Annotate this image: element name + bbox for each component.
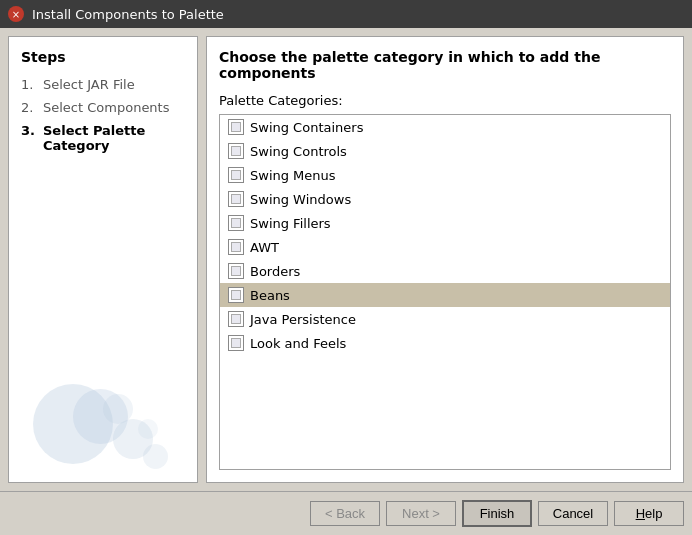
watermark-circles bbox=[23, 374, 183, 474]
step-3: 3. Select PaletteCategory bbox=[21, 123, 185, 153]
finish-button[interactable]: Finish bbox=[462, 500, 532, 527]
palette-item-icon bbox=[228, 311, 244, 327]
palette-item[interactable]: Borders bbox=[220, 259, 670, 283]
back-button[interactable]: < Back bbox=[310, 501, 380, 526]
next-button: Next > bbox=[386, 501, 456, 526]
palette-item-label: Look and Feels bbox=[250, 336, 346, 351]
step-2-label: Select Components bbox=[43, 100, 169, 115]
steps-list: 1. Select JAR File 2. Select Components … bbox=[21, 77, 185, 153]
palette-item[interactable]: AWT bbox=[220, 235, 670, 259]
palette-item[interactable]: Swing Containers bbox=[220, 115, 670, 139]
palette-item-label: Swing Fillers bbox=[250, 216, 331, 231]
palette-item-icon bbox=[228, 263, 244, 279]
palette-item-label: AWT bbox=[250, 240, 279, 255]
palette-item[interactable]: Look and Feels bbox=[220, 331, 670, 355]
palette-categories-label: Palette Categories: bbox=[219, 93, 671, 108]
palette-item-icon-inner bbox=[231, 290, 241, 300]
palette-item-icon bbox=[228, 239, 244, 255]
palette-item-label: Swing Controls bbox=[250, 144, 347, 159]
titlebar: × Install Components to Palette bbox=[0, 0, 692, 28]
close-button[interactable]: × bbox=[8, 6, 24, 22]
palette-item-icon bbox=[228, 143, 244, 159]
help-underline: H bbox=[636, 506, 645, 521]
palette-item[interactable]: Java Persistence bbox=[220, 307, 670, 331]
palette-item-icon-inner bbox=[231, 242, 241, 252]
steps-panel: Steps 1. Select JAR File 2. Select Compo… bbox=[8, 36, 198, 483]
right-panel: Choose the palette category in which to … bbox=[206, 36, 684, 483]
palette-item[interactable]: Swing Windows bbox=[220, 187, 670, 211]
palette-item[interactable]: Swing Controls bbox=[220, 139, 670, 163]
cancel-button[interactable]: Cancel bbox=[538, 501, 608, 526]
right-heading: Choose the palette category in which to … bbox=[219, 49, 671, 81]
palette-item-icon bbox=[228, 119, 244, 135]
button-bar: < Back Next > Finish Cancel Help bbox=[0, 491, 692, 535]
palette-item-icon bbox=[228, 335, 244, 351]
step-3-label: Select PaletteCategory bbox=[43, 123, 145, 153]
palette-item-icon-inner bbox=[231, 218, 241, 228]
palette-item-icon-inner bbox=[231, 122, 241, 132]
titlebar-title: Install Components to Palette bbox=[32, 7, 224, 22]
palette-item-icon-inner bbox=[231, 338, 241, 348]
close-icon: × bbox=[12, 9, 20, 20]
palette-item-label: Swing Windows bbox=[250, 192, 351, 207]
steps-heading: Steps bbox=[21, 49, 185, 65]
palette-list[interactable]: Swing ContainersSwing ControlsSwing Menu… bbox=[219, 114, 671, 470]
palette-item-icon-inner bbox=[231, 314, 241, 324]
palette-item-icon-inner bbox=[231, 266, 241, 276]
palette-item-icon bbox=[228, 215, 244, 231]
step-1: 1. Select JAR File bbox=[21, 77, 185, 92]
palette-item-icon-inner bbox=[231, 194, 241, 204]
palette-item-icon-inner bbox=[231, 170, 241, 180]
palette-item-label: Swing Menus bbox=[250, 168, 336, 183]
palette-item-label: Java Persistence bbox=[250, 312, 356, 327]
step-1-label: Select JAR File bbox=[43, 77, 135, 92]
palette-item-icon bbox=[228, 191, 244, 207]
palette-item-icon bbox=[228, 287, 244, 303]
palette-item[interactable]: Swing Fillers bbox=[220, 211, 670, 235]
palette-item[interactable]: Swing Menus bbox=[220, 163, 670, 187]
palette-item-label: Beans bbox=[250, 288, 290, 303]
palette-item-label: Swing Containers bbox=[250, 120, 363, 135]
watermark bbox=[9, 362, 197, 482]
palette-item-icon bbox=[228, 167, 244, 183]
step-1-num: 1. bbox=[21, 77, 39, 92]
main-content: Steps 1. Select JAR File 2. Select Compo… bbox=[0, 28, 692, 491]
help-label-rest: elp bbox=[645, 506, 662, 521]
palette-item-icon-inner bbox=[231, 146, 241, 156]
step-2: 2. Select Components bbox=[21, 100, 185, 115]
step-2-num: 2. bbox=[21, 100, 39, 115]
palette-item-label: Borders bbox=[250, 264, 300, 279]
step-3-num: 3. bbox=[21, 123, 39, 138]
help-button[interactable]: Help bbox=[614, 501, 684, 526]
palette-item[interactable]: Beans bbox=[220, 283, 670, 307]
